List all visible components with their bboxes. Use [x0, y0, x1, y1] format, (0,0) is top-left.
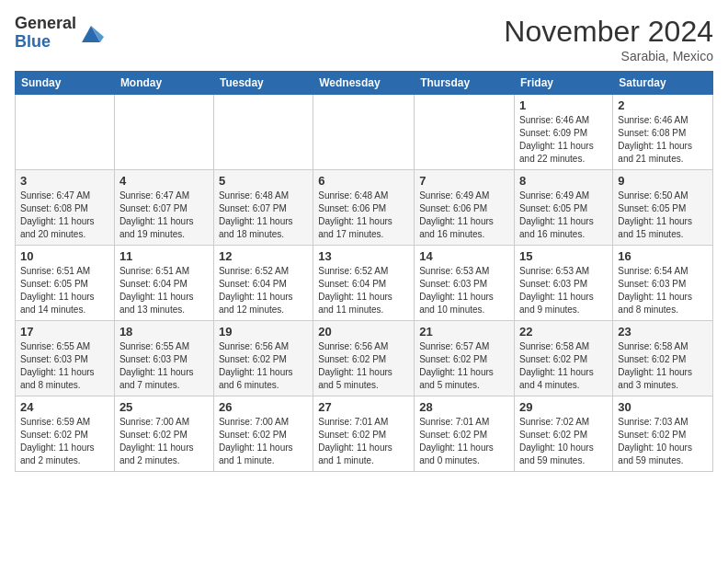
header-sunday: Sunday — [16, 72, 115, 95]
day-info: Sunrise: 6:58 AM Sunset: 6:02 PM Dayligh… — [519, 340, 608, 392]
week-row-2: 3Sunrise: 6:47 AM Sunset: 6:08 PM Daylig… — [16, 170, 713, 246]
header-thursday: Thursday — [415, 72, 515, 95]
day-info: Sunrise: 6:48 AM Sunset: 6:06 PM Dayligh… — [318, 190, 409, 241]
day-number: 14 — [419, 249, 509, 263]
day-cell: 20Sunrise: 6:56 AM Sunset: 6:02 PM Dayli… — [313, 321, 415, 396]
header-tuesday: Tuesday — [213, 72, 313, 95]
day-cell: 3Sunrise: 6:47 AM Sunset: 6:08 PM Daylig… — [16, 170, 115, 246]
location: Sarabia, Mexico — [504, 49, 713, 63]
day-cell: 16Sunrise: 6:54 AM Sunset: 6:03 PM Dayli… — [613, 246, 713, 321]
day-cell: 15Sunrise: 6:53 AM Sunset: 6:03 PM Dayli… — [515, 246, 613, 321]
day-cell: 27Sunrise: 7:01 AM Sunset: 6:02 PM Dayli… — [313, 396, 415, 472]
day-number: 24 — [20, 400, 109, 414]
day-info: Sunrise: 6:51 AM Sunset: 6:04 PM Dayligh… — [119, 265, 209, 316]
day-number: 25 — [119, 400, 209, 414]
header-row: SundayMondayTuesdayWednesdayThursdayFrid… — [16, 72, 713, 95]
day-cell: 24Sunrise: 6:59 AM Sunset: 6:02 PM Dayli… — [16, 396, 115, 472]
day-number: 4 — [119, 174, 209, 188]
day-info: Sunrise: 6:48 AM Sunset: 6:07 PM Dayligh… — [219, 190, 308, 241]
day-info: Sunrise: 6:54 AM Sunset: 6:03 PM Dayligh… — [618, 265, 708, 316]
day-number: 9 — [618, 174, 708, 188]
day-cell: 6Sunrise: 6:48 AM Sunset: 6:06 PM Daylig… — [313, 170, 415, 246]
month-title: November 2024 — [504, 15, 713, 49]
day-number: 28 — [419, 400, 509, 414]
week-row-5: 24Sunrise: 6:59 AM Sunset: 6:02 PM Dayli… — [16, 396, 713, 472]
calendar-header: SundayMondayTuesdayWednesdayThursdayFrid… — [16, 72, 713, 95]
day-cell: 18Sunrise: 6:55 AM Sunset: 6:03 PM Dayli… — [114, 321, 213, 396]
day-info: Sunrise: 6:47 AM Sunset: 6:08 PM Dayligh… — [20, 190, 109, 241]
day-info: Sunrise: 6:55 AM Sunset: 6:03 PM Dayligh… — [119, 340, 209, 392]
header-wednesday: Wednesday — [313, 72, 415, 95]
day-cell: 11Sunrise: 6:51 AM Sunset: 6:04 PM Dayli… — [114, 246, 213, 321]
header-saturday: Saturday — [613, 72, 713, 95]
day-info: Sunrise: 6:52 AM Sunset: 6:04 PM Dayligh… — [219, 265, 308, 316]
day-cell: 4Sunrise: 6:47 AM Sunset: 6:07 PM Daylig… — [114, 170, 213, 246]
day-cell: 19Sunrise: 6:56 AM Sunset: 6:02 PM Dayli… — [213, 321, 313, 396]
day-number: 3 — [20, 174, 109, 188]
day-cell: 8Sunrise: 6:49 AM Sunset: 6:05 PM Daylig… — [515, 170, 613, 246]
day-info: Sunrise: 6:58 AM Sunset: 6:02 PM Dayligh… — [618, 340, 708, 392]
day-info: Sunrise: 6:52 AM Sunset: 6:04 PM Dayligh… — [318, 265, 409, 316]
day-cell: 14Sunrise: 6:53 AM Sunset: 6:03 PM Dayli… — [415, 246, 515, 321]
calendar-body: 1Sunrise: 6:46 AM Sunset: 6:09 PM Daylig… — [16, 95, 713, 472]
day-number: 1 — [519, 98, 608, 112]
day-info: Sunrise: 7:01 AM Sunset: 6:02 PM Dayligh… — [419, 416, 509, 467]
logo-general: General — [15, 15, 76, 33]
logo-icon — [78, 20, 104, 46]
week-row-4: 17Sunrise: 6:55 AM Sunset: 6:03 PM Dayli… — [16, 321, 713, 396]
logo-blue: Blue — [15, 33, 76, 52]
calendar-table: SundayMondayTuesdayWednesdayThursdayFrid… — [15, 71, 713, 472]
day-info: Sunrise: 6:56 AM Sunset: 6:02 PM Dayligh… — [318, 340, 409, 392]
day-number: 10 — [20, 249, 109, 263]
day-info: Sunrise: 6:56 AM Sunset: 6:02 PM Dayligh… — [219, 340, 308, 392]
day-number: 13 — [318, 249, 409, 263]
day-cell: 22Sunrise: 6:58 AM Sunset: 6:02 PM Dayli… — [515, 321, 613, 396]
day-info: Sunrise: 6:51 AM Sunset: 6:05 PM Dayligh… — [20, 265, 109, 316]
day-number: 21 — [419, 325, 509, 339]
day-cell: 29Sunrise: 7:02 AM Sunset: 6:02 PM Dayli… — [515, 396, 613, 472]
day-info: Sunrise: 6:49 AM Sunset: 6:05 PM Dayligh… — [519, 190, 608, 241]
day-number: 20 — [318, 325, 409, 339]
day-number: 7 — [419, 174, 509, 188]
day-info: Sunrise: 6:50 AM Sunset: 6:05 PM Dayligh… — [618, 190, 708, 241]
day-info: Sunrise: 7:01 AM Sunset: 6:02 PM Dayligh… — [318, 416, 409, 467]
day-number: 22 — [519, 325, 608, 339]
day-info: Sunrise: 6:57 AM Sunset: 6:02 PM Dayligh… — [419, 340, 509, 392]
day-info: Sunrise: 7:02 AM Sunset: 6:02 PM Dayligh… — [519, 416, 608, 467]
day-cell — [415, 95, 515, 170]
week-row-3: 10Sunrise: 6:51 AM Sunset: 6:05 PM Dayli… — [16, 246, 713, 321]
day-number: 5 — [219, 174, 308, 188]
day-cell — [16, 95, 115, 170]
week-row-1: 1Sunrise: 6:46 AM Sunset: 6:09 PM Daylig… — [16, 95, 713, 170]
day-cell: 21Sunrise: 6:57 AM Sunset: 6:02 PM Dayli… — [415, 321, 515, 396]
page-header: General Blue November 2024 Sarabia, Mexi… — [15, 15, 713, 63]
day-cell: 5Sunrise: 6:48 AM Sunset: 6:07 PM Daylig… — [213, 170, 313, 246]
day-number: 6 — [318, 174, 409, 188]
day-number: 26 — [219, 400, 308, 414]
day-cell: 7Sunrise: 6:49 AM Sunset: 6:06 PM Daylig… — [415, 170, 515, 246]
day-number: 29 — [519, 400, 608, 414]
day-number: 27 — [318, 400, 409, 414]
header-friday: Friday — [515, 72, 613, 95]
day-info: Sunrise: 6:53 AM Sunset: 6:03 PM Dayligh… — [519, 265, 608, 316]
day-cell: 30Sunrise: 7:03 AM Sunset: 6:02 PM Dayli… — [613, 396, 713, 472]
day-info: Sunrise: 6:46 AM Sunset: 6:08 PM Dayligh… — [618, 114, 708, 166]
logo: General Blue — [15, 15, 104, 52]
day-number: 2 — [618, 98, 708, 112]
day-number: 11 — [119, 249, 209, 263]
title-section: November 2024 Sarabia, Mexico — [504, 15, 713, 63]
day-cell: 10Sunrise: 6:51 AM Sunset: 6:05 PM Dayli… — [16, 246, 115, 321]
day-number: 8 — [519, 174, 608, 188]
day-cell: 26Sunrise: 7:00 AM Sunset: 6:02 PM Dayli… — [213, 396, 313, 472]
day-info: Sunrise: 7:00 AM Sunset: 6:02 PM Dayligh… — [219, 416, 308, 467]
header-monday: Monday — [114, 72, 213, 95]
day-cell: 9Sunrise: 6:50 AM Sunset: 6:05 PM Daylig… — [613, 170, 713, 246]
day-number: 18 — [119, 325, 209, 339]
logo-text: General Blue — [15, 15, 76, 52]
day-cell: 28Sunrise: 7:01 AM Sunset: 6:02 PM Dayli… — [415, 396, 515, 472]
day-cell: 12Sunrise: 6:52 AM Sunset: 6:04 PM Dayli… — [213, 246, 313, 321]
day-number: 23 — [618, 325, 708, 339]
day-cell: 17Sunrise: 6:55 AM Sunset: 6:03 PM Dayli… — [16, 321, 115, 396]
day-cell — [114, 95, 213, 170]
day-info: Sunrise: 6:59 AM Sunset: 6:02 PM Dayligh… — [20, 416, 109, 467]
